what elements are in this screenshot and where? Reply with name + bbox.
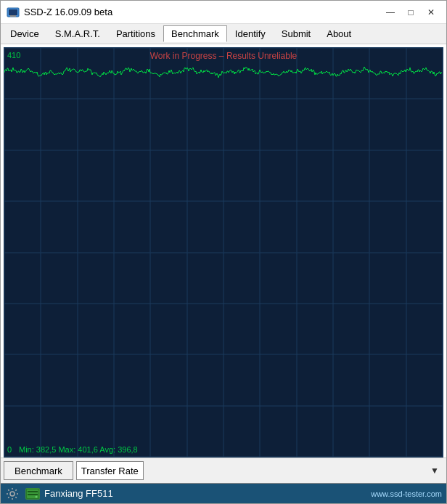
chart-title: Work in Progress – Results Unreliable <box>150 51 298 61</box>
transfer-rate-dropdown-wrapper: Transfer Rate Access Time IOPS ▼ <box>76 461 443 480</box>
drive-name: Fanxiang FF511 <box>44 488 371 499</box>
chart-y-max-label: 410 <box>7 51 20 60</box>
dropdown-arrow-icon: ▼ <box>430 466 439 476</box>
drive-icon <box>25 488 40 500</box>
app-icon <box>7 6 20 19</box>
transfer-rate-dropdown[interactable]: Transfer Rate Access Time IOPS <box>76 461 144 480</box>
svg-point-3 <box>10 492 15 496</box>
benchmark-button[interactable]: Benchmark <box>4 461 73 480</box>
menu-partitions[interactable]: Partitions <box>108 25 163 42</box>
menu-device[interactable]: Device <box>2 25 47 42</box>
window-title: SSD-Z 16.09.09 beta <box>24 7 381 17</box>
svg-rect-6 <box>28 491 38 492</box>
svg-rect-1 <box>9 9 17 15</box>
window-controls: — □ ✕ <box>381 5 440 20</box>
chart-y-min-label: 0 <box>7 445 12 454</box>
svg-rect-2 <box>10 15 16 17</box>
svg-point-8 <box>36 495 38 497</box>
chart-stats: Min: 382,5 Max: 401,6 Avg: 396,8 <box>19 445 138 454</box>
benchmark-canvas <box>4 48 443 457</box>
close-button[interactable]: ✕ <box>422 5 440 20</box>
menu-benchmark[interactable]: Benchmark <box>163 25 227 42</box>
menu-submit[interactable]: Submit <box>274 25 319 42</box>
menu-identify[interactable]: Identify <box>227 25 274 42</box>
bottom-controls: Benchmark Transfer Rate Access Time IOPS… <box>1 458 446 483</box>
svg-rect-7 <box>28 494 38 495</box>
minimize-button[interactable]: — <box>381 5 400 20</box>
settings-icon <box>5 487 20 501</box>
title-bar: SSD-Z 16.09.09 beta — □ ✕ <box>1 1 446 24</box>
maximize-button[interactable]: □ <box>401 5 420 20</box>
menu-about[interactable]: About <box>319 25 359 42</box>
main-content: 410 Work in Progress – Results Unreliabl… <box>1 44 446 483</box>
benchmark-chart-container: 410 Work in Progress – Results Unreliabl… <box>4 47 443 458</box>
menu-bar: Device S.M.A.R.T. Partitions Benchmark I… <box>1 24 446 44</box>
main-window: SSD-Z 16.09.09 beta — □ ✕ Device S.M.A.R… <box>0 0 447 504</box>
website-text: www.ssd-tester.com <box>371 489 442 498</box>
status-bar: Fanxiang FF511 www.ssd-tester.com <box>1 483 446 503</box>
menu-smart[interactable]: S.M.A.R.T. <box>47 25 108 42</box>
